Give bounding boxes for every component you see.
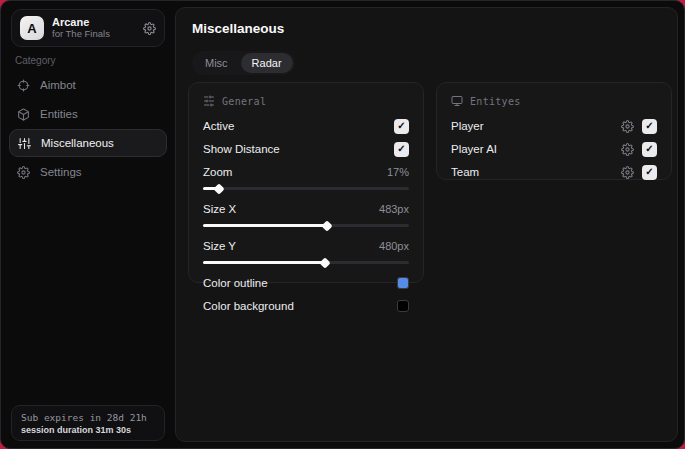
tabbar: Misc Radar [192, 51, 295, 75]
player-ai-checkbox[interactable]: ✓ [642, 142, 657, 157]
color-row-outline: Color outline [203, 273, 409, 293]
general-card-title: General [222, 96, 266, 107]
slider-fill [203, 224, 327, 227]
check-icon: ✓ [397, 144, 405, 154]
zoom-value: 17% [387, 166, 409, 178]
check-icon: ✓ [645, 121, 653, 131]
row-label: Color background [203, 300, 294, 312]
color-row-background: Color background [203, 296, 409, 316]
row-label: Player AI [451, 143, 497, 155]
row-label: Size Y [203, 240, 236, 252]
sidebar-item-label: Miscellaneous [41, 137, 114, 149]
player-checkbox[interactable]: ✓ [642, 119, 657, 134]
monitor-icon [451, 95, 463, 107]
gear-icon[interactable] [621, 166, 634, 179]
general-card: General Active ✓ Show Distance ✓ Zoom 17… [188, 82, 424, 283]
sub-expires-text: Sub expires in 28d 21h [21, 412, 155, 423]
show-distance-checkbox[interactable]: ✓ [394, 142, 409, 157]
size-x-slider[interactable] [203, 224, 409, 227]
team-checkbox[interactable]: ✓ [642, 165, 657, 180]
slider-row-zoom: Zoom 17% [203, 162, 409, 182]
app-logo: A [20, 16, 44, 40]
sidebar-item-entities[interactable]: Entities [9, 100, 167, 128]
slider-fill [203, 261, 325, 264]
entity-row-player-ai: Player AI ✓ [451, 139, 657, 159]
color-outline-swatch[interactable] [397, 277, 409, 289]
main-panel: Miscellaneous Misc Radar General Active … [175, 7, 678, 442]
sidebar-item-aimbot[interactable]: Aimbot [9, 71, 167, 99]
slider-row-size-y: Size Y 480px [203, 236, 409, 256]
slider-thumb[interactable] [214, 183, 225, 194]
row-label: Team [451, 166, 479, 178]
toggle-row-active: Active ✓ [203, 116, 409, 136]
check-icon: ✓ [397, 121, 405, 131]
brand-text: Arcane for The Finals [52, 16, 135, 40]
session-duration-text: session duration 31m 30s [21, 425, 155, 435]
app-name: Arcane [52, 16, 135, 29]
row-label: Zoom [203, 166, 232, 178]
sidebar: A Arcane for The Finals Category Aimbot [1, 1, 175, 448]
zoom-slider[interactable] [203, 187, 409, 190]
size-x-value: 483px [379, 203, 409, 215]
subscription-info-card: Sub expires in 28d 21h session duration … [11, 405, 165, 441]
page-title: Miscellaneous [192, 21, 284, 36]
sidebar-item-label: Settings [40, 166, 82, 178]
gear-icon[interactable] [621, 143, 634, 156]
crosshair-icon [17, 79, 30, 92]
sliders-icon [18, 137, 31, 150]
row-label: Show Distance [203, 143, 280, 155]
sidebar-nav: Aimbot Entities Miscellaneous Settings [9, 71, 167, 186]
sidebar-item-settings[interactable]: Settings [9, 158, 167, 186]
entity-row-team: Team ✓ [451, 162, 657, 182]
size-y-value: 480px [379, 240, 409, 252]
row-label: Color outline [203, 277, 268, 289]
active-checkbox[interactable]: ✓ [394, 119, 409, 134]
gear-icon [17, 166, 30, 179]
size-y-slider[interactable] [203, 261, 409, 264]
category-label: Category [15, 55, 56, 66]
toggle-row-show-distance: Show Distance ✓ [203, 139, 409, 159]
check-icon: ✓ [645, 167, 653, 177]
slider-thumb[interactable] [321, 220, 332, 231]
sidebar-item-label: Entities [40, 108, 78, 120]
entities-card-header: Entityes [451, 95, 657, 107]
app-subtitle: for The Finals [52, 29, 135, 40]
slider-thumb[interactable] [319, 257, 330, 268]
app-window: A Arcane for The Finals Category Aimbot [0, 0, 685, 449]
color-background-swatch[interactable] [397, 300, 409, 312]
brand-card: A Arcane for The Finals [11, 9, 165, 47]
sidebar-item-label: Aimbot [40, 79, 76, 91]
sliders-horizontal-icon [203, 95, 215, 107]
entities-card: Entityes Player ✓ Player AI ✓ [436, 82, 672, 180]
tab-misc[interactable]: Misc [194, 53, 239, 73]
gear-icon[interactable] [143, 22, 156, 35]
sidebar-item-miscellaneous[interactable]: Miscellaneous [9, 129, 167, 157]
entity-row-player: Player ✓ [451, 116, 657, 136]
gear-icon[interactable] [621, 120, 634, 133]
row-label: Active [203, 120, 234, 132]
check-icon: ✓ [645, 144, 653, 154]
row-label: Player [451, 120, 484, 132]
tab-radar[interactable]: Radar [241, 53, 293, 73]
entities-card-title: Entityes [470, 96, 521, 107]
cube-icon [17, 108, 30, 121]
slider-row-size-x: Size X 483px [203, 199, 409, 219]
general-card-header: General [203, 95, 409, 107]
row-label: Size X [203, 203, 236, 215]
